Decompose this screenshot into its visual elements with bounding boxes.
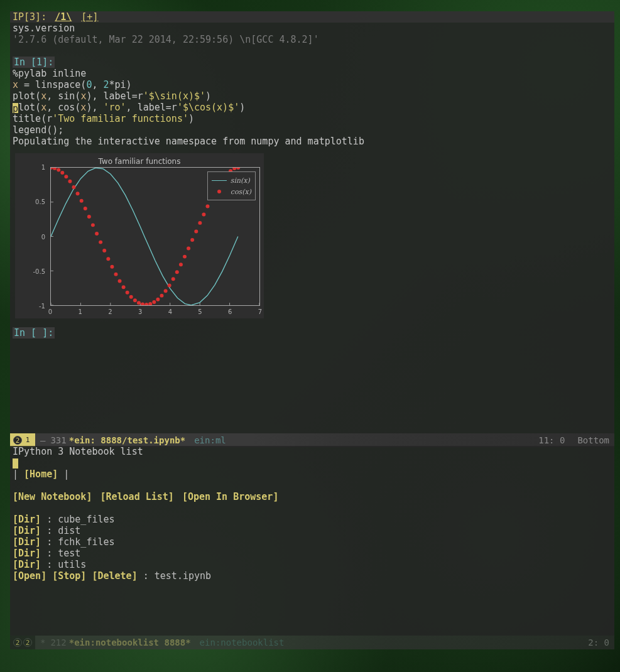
cell-1[interactable]: In [1]: %pylab inline x = linspace(0, 2*… (10, 57, 614, 147)
list-item: [Dir] : cube_files (10, 514, 614, 525)
dir-link[interactable]: [Dir] (13, 536, 41, 548)
svg-point-41 (156, 298, 160, 301)
delete-button[interactable]: [Delete] (92, 570, 137, 582)
dir-link[interactable]: [Dir] (13, 559, 41, 570)
workspace-badges: 21 (10, 433, 35, 447)
svg-point-23 (87, 215, 91, 219)
cell-prompt-1: In [1]: (13, 57, 55, 68)
svg-point-29 (110, 265, 114, 269)
svg-point-25 (95, 232, 99, 236)
list-item: [Dir] : test (10, 548, 614, 559)
svg-point-50 (190, 238, 194, 242)
output-cell-version: sys.version '2.7.6 (default, Mar 22 2014… (10, 23, 614, 45)
svg-point-30 (114, 273, 117, 276)
open-button[interactable]: [Open] (13, 570, 46, 582)
svg-point-49 (187, 246, 190, 250)
ws-1-icon: 1 (23, 436, 32, 445)
plot-area: sin(x) cos(x) (50, 167, 260, 306)
notebook-pane: IP[3]: /1\ [+] sys.version '2.7.6 (defau… (10, 11, 614, 433)
ml-dash: — (35, 433, 50, 447)
chart-legend: sin(x) cos(x) (207, 171, 256, 200)
svg-point-16 (60, 171, 64, 175)
list-item: [Dir] : utils (10, 559, 614, 570)
cursor-position-2: 2: 0 (588, 636, 609, 649)
svg-point-61 (232, 168, 236, 170)
svg-point-20 (76, 192, 80, 195)
ml-star: * (35, 636, 50, 649)
svg-point-37 (141, 303, 144, 305)
ml-linenum-2: 212 (50, 636, 66, 649)
svg-point-51 (194, 230, 198, 234)
svg-point-31 (118, 279, 122, 283)
text-cursor: p (13, 103, 18, 114)
notebook-list-pane: IPython 3 Notebook list | [Home] | [New … (10, 446, 614, 636)
workspace-badges-inactive: 22 (10, 636, 35, 649)
legend-entry-sin: sin(x) (212, 175, 251, 186)
dot-swatch-icon (212, 190, 227, 193)
svg-point-42 (160, 294, 163, 298)
list-item: [Open] [Stop] [Delete] : test.ipynb (10, 570, 614, 582)
svg-point-21 (80, 199, 84, 203)
dir-name[interactable]: utils (58, 559, 86, 570)
stop-button[interactable]: [Stop] (52, 570, 86, 582)
line-swatch-icon (212, 180, 227, 181)
chart-title: Two familiar functions (15, 157, 264, 166)
svg-point-28 (106, 257, 110, 261)
svg-point-45 (171, 277, 175, 281)
svg-point-62 (236, 168, 240, 170)
svg-point-22 (84, 207, 87, 210)
dir-name[interactable]: fchk_files (58, 536, 114, 548)
legend-entry-cos: cos(x) (212, 186, 251, 197)
dir-link[interactable]: [Dir] (13, 548, 41, 559)
svg-point-47 (179, 263, 183, 266)
svg-point-26 (99, 241, 102, 244)
svg-point-17 (64, 175, 68, 178)
cell-empty[interactable]: In [ ]: (10, 327, 614, 339)
svg-point-54 (206, 204, 210, 208)
dir-link[interactable]: [Dir] (13, 514, 41, 525)
svg-point-32 (122, 285, 126, 289)
svg-point-33 (126, 291, 129, 295)
major-mode: ein:ml (188, 433, 232, 447)
major-mode-2: ein:notebooklist (193, 636, 291, 649)
nblist-actions: [New Notebook] [Reload List] [Open In Br… (10, 491, 614, 502)
dir-name[interactable]: test (58, 548, 80, 559)
ws-2b-icon: 2 (23, 638, 32, 647)
dir-link[interactable]: [Dir] (13, 525, 41, 536)
tab-1[interactable]: /1\ (55, 11, 72, 23)
header-line: IP[3]: /1\ [+] (10, 11, 614, 23)
buffer-name[interactable]: *ein: 8888/test.ipynb* (67, 433, 188, 447)
svg-point-48 (183, 255, 187, 259)
cursor-position: 11: 0 (538, 433, 565, 447)
tab-add[interactable]: [+] (81, 11, 98, 23)
svg-point-46 (175, 270, 179, 274)
buffer-name-2[interactable]: *ein:notebooklist 8888* (67, 636, 193, 649)
svg-point-53 (202, 212, 205, 216)
file-name[interactable]: test.ipynb (155, 570, 211, 582)
svg-point-18 (68, 180, 72, 183)
svg-point-38 (144, 303, 148, 305)
svg-point-15 (57, 168, 60, 172)
y-axis-labels: 1 0.5 0 -0.5 -1 (15, 167, 48, 306)
nblist-title: IPython 3 Notebook list (10, 446, 614, 457)
ml-linenum: 331 (50, 433, 66, 447)
breadcrumb: | [Home] | (10, 469, 614, 480)
list-item: [Dir] : fchk_files (10, 536, 614, 548)
home-link[interactable]: [Home] (24, 469, 58, 480)
svg-point-40 (152, 300, 156, 304)
chart-output: Two familiar functions 1 0.5 0 -0.5 -1 0… (15, 153, 264, 318)
svg-point-43 (164, 289, 168, 293)
dir-name[interactable]: dist (58, 525, 80, 536)
modeline-notebook: 21 — 331 *ein: 8888/test.ipynb* ein:ml 1… (10, 433, 614, 447)
nblist-cursor (13, 458, 18, 469)
svg-point-36 (137, 301, 141, 305)
open-in-browser-button[interactable]: [Open In Browser] (182, 491, 279, 502)
new-notebook-button[interactable]: [New Notebook] (13, 491, 92, 502)
x-axis-labels: 0 1 2 3 4 5 6 7 (50, 308, 260, 317)
svg-point-52 (198, 221, 202, 225)
scroll-position: Bottom (577, 433, 609, 447)
dir-name[interactable]: cube_files (58, 514, 114, 525)
ip-label: IP[3]: (13, 11, 46, 23)
reload-list-button[interactable]: [Reload List] (100, 491, 173, 502)
cell-prompt-empty: In [ ]: (13, 327, 55, 339)
